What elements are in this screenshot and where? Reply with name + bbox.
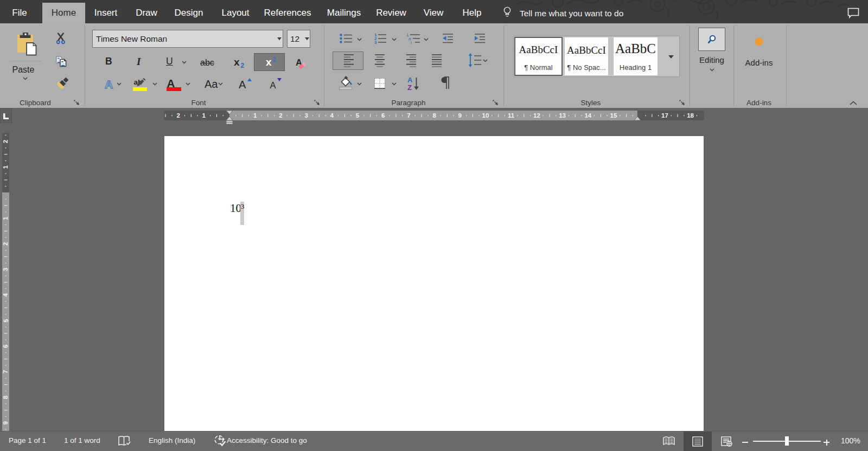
svg-text:i: i xyxy=(411,40,412,45)
svg-text:12: 12 xyxy=(533,112,540,119)
svg-text:10: 10 xyxy=(482,112,489,119)
svg-text:5: 5 xyxy=(3,319,9,323)
svg-text:8: 8 xyxy=(3,395,9,399)
svg-text:3: 3 xyxy=(374,40,377,45)
svg-text:3: 3 xyxy=(3,268,9,271)
svg-text:3: 3 xyxy=(304,112,308,119)
svg-text:2: 2 xyxy=(279,112,282,119)
svg-text:1: 1 xyxy=(253,112,257,119)
svg-text:1: 1 xyxy=(202,112,206,119)
svg-text:A: A xyxy=(407,76,413,84)
svg-text:7: 7 xyxy=(407,112,410,119)
svg-text:7: 7 xyxy=(3,370,9,373)
svg-text:13: 13 xyxy=(559,112,566,119)
svg-text:6: 6 xyxy=(3,344,9,347)
svg-text:2: 2 xyxy=(3,242,9,246)
svg-text:Z: Z xyxy=(407,83,412,92)
svg-text:4: 4 xyxy=(330,112,334,119)
svg-text:5: 5 xyxy=(356,112,360,119)
svg-text:18: 18 xyxy=(687,112,694,119)
svg-text:15: 15 xyxy=(610,112,617,119)
svg-text:4: 4 xyxy=(3,293,9,297)
svg-text:6: 6 xyxy=(381,112,385,119)
svg-text:9: 9 xyxy=(3,421,9,424)
svg-text:11: 11 xyxy=(508,112,515,119)
svg-text:17: 17 xyxy=(661,112,668,119)
svg-text:1: 1 xyxy=(3,216,9,220)
svg-text:2: 2 xyxy=(3,140,9,143)
svg-text:8: 8 xyxy=(432,112,436,119)
svg-text:14: 14 xyxy=(584,112,591,119)
svg-text:2: 2 xyxy=(176,112,180,119)
svg-text:9: 9 xyxy=(458,112,462,119)
svg-text:A: A xyxy=(105,78,113,91)
svg-text:1: 1 xyxy=(3,165,9,169)
